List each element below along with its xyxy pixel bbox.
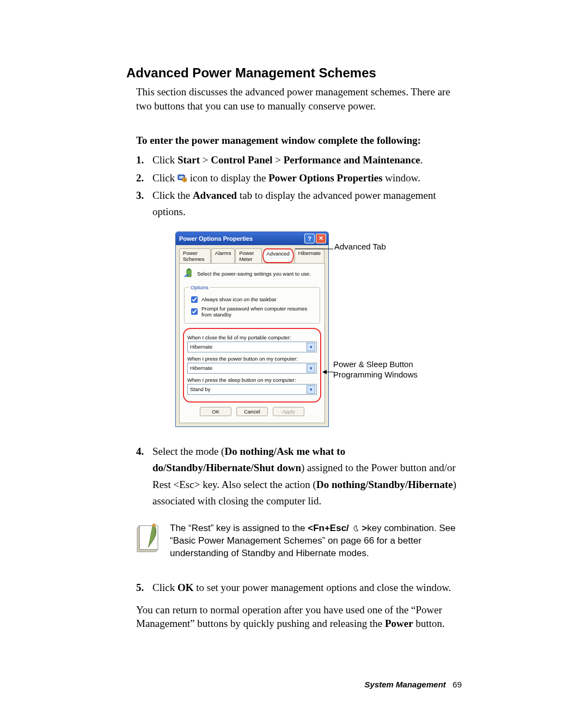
step-number: 4. xyxy=(136,443,152,510)
step-number: 2. xyxy=(136,170,152,186)
checkbox-prompt-password[interactable]: Prompt for password when computer resume… xyxy=(189,306,315,318)
cancel-button[interactable]: Cancel xyxy=(236,407,268,416)
power-buttons-group: When I close the lid of my portable comp… xyxy=(183,328,321,403)
power-button-label: When I press the power button on my comp… xyxy=(187,356,317,362)
dialog-tip: Select the power-saving settings you wan… xyxy=(184,268,320,280)
moon-icon xyxy=(352,523,359,531)
sleep-button-dropdown[interactable]: Stand by ▾ xyxy=(187,384,317,395)
options-group: Options Always show icon on the taskbar … xyxy=(184,284,320,324)
section-title: Advanced Power Management Schemes xyxy=(126,65,463,81)
chevron-down-icon: ▾ xyxy=(307,364,315,373)
chevron-down-icon: ▾ xyxy=(307,385,315,394)
chevron-down-icon: ▾ xyxy=(307,343,315,351)
step-4: 4. Select the mode (Do nothing/Ask me wh… xyxy=(136,443,463,510)
lid-close-dropdown[interactable]: Hibernate ▾ xyxy=(187,342,317,352)
close-button[interactable]: ✕ xyxy=(316,234,326,243)
step-number: 1. xyxy=(136,152,152,168)
help-button[interactable]: ? xyxy=(304,234,315,243)
checkbox-input[interactable] xyxy=(191,308,198,315)
tab-advanced[interactable]: Advanced xyxy=(262,248,294,263)
step-1: 1. Click Start > Control Panel > Perform… xyxy=(136,152,463,168)
apply-button[interactable]: Apply xyxy=(273,407,304,416)
page-footer: System Management 69 xyxy=(126,680,463,689)
step-3: 3. Click the Advanced tab to display the… xyxy=(136,187,463,221)
battery-icon xyxy=(184,268,197,280)
svg-point-10 xyxy=(152,523,156,527)
note-block: The “Rest” key is assigned to the <Fn+Es… xyxy=(136,522,463,560)
power-options-icon xyxy=(177,172,187,181)
sleep-button-label: When I press the sleep button on my comp… xyxy=(187,377,317,383)
lid-close-label: When I close the lid of my portable comp… xyxy=(187,334,317,340)
svg-rect-4 xyxy=(188,269,190,270)
note-icon xyxy=(136,522,161,560)
checkbox-show-icon[interactable]: Always show icon on the taskbar xyxy=(189,295,315,304)
dialog-figure: Power Options Properties ? ✕ Power Schem… xyxy=(175,231,426,427)
tab-power-schemes[interactable]: Power Schemes xyxy=(179,248,211,263)
callout-power-sleep-button: Power & Sleep Button Programming Windows xyxy=(333,359,431,380)
power-button-dropdown[interactable]: Hibernate ▾ xyxy=(187,363,317,374)
ok-button[interactable]: OK xyxy=(200,407,231,416)
step-5: 5. Click OK to set your power management… xyxy=(136,580,463,596)
step-2: 2. Click icon to display the Power Optio… xyxy=(136,170,463,186)
power-options-dialog: Power Options Properties ? ✕ Power Schem… xyxy=(175,231,329,427)
step-number: 3. xyxy=(136,187,152,221)
intro-paragraph: This section discusses the advanced powe… xyxy=(136,85,463,113)
closing-paragraph: You can return to normal operation after… xyxy=(136,603,463,631)
dialog-title: Power Options Properties xyxy=(179,235,253,242)
checkbox-input[interactable] xyxy=(191,296,198,303)
options-legend: Options xyxy=(189,284,210,290)
callout-advanced-tab: Advanced Tab xyxy=(334,241,386,252)
tab-power-meter[interactable]: Power Meter xyxy=(235,248,261,263)
svg-marker-7 xyxy=(322,370,327,374)
step-number: 5. xyxy=(136,580,152,596)
procedure-heading: To enter the power management window com… xyxy=(136,135,463,147)
tab-alarms[interactable]: Alarms xyxy=(211,248,235,263)
